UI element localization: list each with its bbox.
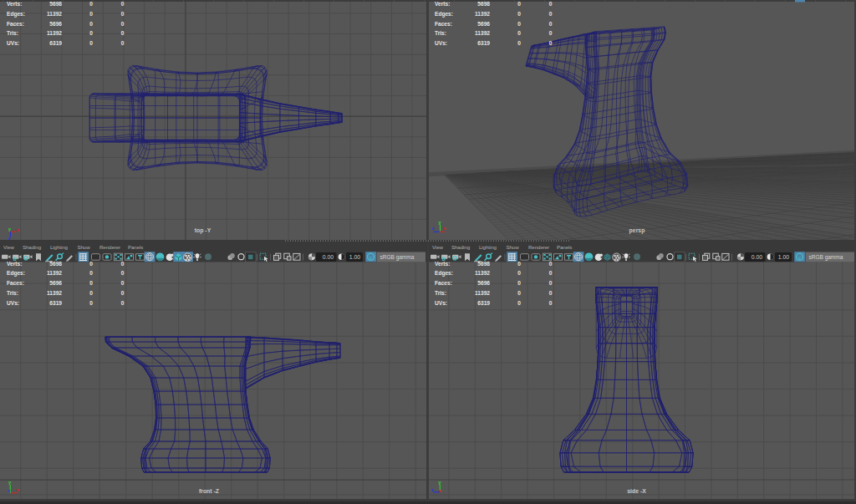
svg-text:y: y <box>8 227 12 232</box>
svg-text:z: z <box>431 487 434 492</box>
svg-text:y: y <box>438 220 441 225</box>
svg-text:y: y <box>438 480 441 485</box>
svg-text:z: z <box>8 488 11 493</box>
svg-text:x: x <box>17 227 20 232</box>
svg-text:x: x <box>443 226 446 231</box>
svg-text:z: z <box>8 236 11 241</box>
svg-text:z: z <box>432 226 435 231</box>
svg-text:x: x <box>439 488 442 493</box>
svg-text:x: x <box>17 487 20 492</box>
svg-text:y: y <box>8 480 12 485</box>
